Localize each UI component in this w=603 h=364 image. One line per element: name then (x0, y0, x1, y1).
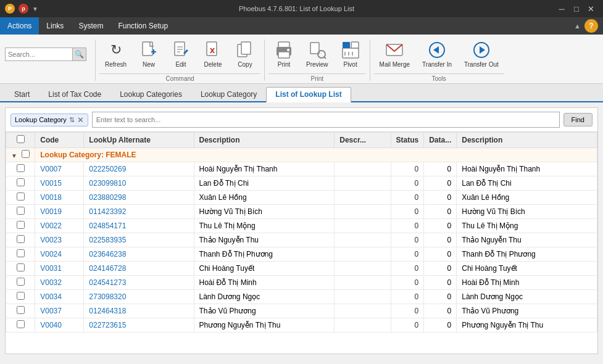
search-input[interactable] (92, 112, 560, 128)
row-checkbox[interactable] (17, 320, 25, 328)
menu-function-setup[interactable]: Function Setup (110, 17, 175, 35)
row-checkbox[interactable] (17, 207, 25, 215)
find-button[interactable]: Find (563, 113, 593, 126)
print-icon (274, 40, 294, 60)
table-row: V0037 012464318 Thảo Vũ Phương 0 0 Thảo … (6, 304, 597, 318)
print-label: Print (278, 61, 291, 68)
table-row: V0019 011423392 Hường Vũ Thị Bích 0 0 Hư… (6, 205, 597, 219)
row-status: 0 (391, 304, 424, 318)
row-desc: Phương Nguyễn Thị Thu (194, 318, 335, 333)
menu-actions[interactable]: Actions (0, 17, 39, 35)
filter-remove-button[interactable]: ✕ (77, 115, 84, 125)
row-data: 0 (424, 318, 457, 333)
separator-1 (95, 39, 96, 81)
row-checkbox[interactable] (17, 263, 25, 271)
tab-lookup-list[interactable]: List of Lookup List (266, 87, 351, 102)
row-description2: Lan Đỗ Thị Chi (457, 176, 597, 191)
table-header-row: Code LookUp Alternate Description Descr.… (6, 133, 597, 148)
svg-rect-21 (351, 42, 359, 48)
group-checkbox[interactable] (22, 150, 30, 158)
row-code: V0031 (35, 262, 84, 276)
group-label: Lookup Category: FEMALE (35, 148, 597, 162)
row-desc: Thanh Đỗ Thị Phương (194, 247, 335, 262)
transferin-icon (427, 40, 447, 60)
row-checkbox[interactable] (17, 306, 25, 314)
row-checkbox[interactable] (17, 164, 25, 172)
transferout-button[interactable]: Transfer Out (459, 37, 504, 71)
row-checkbox[interactable] (17, 292, 25, 300)
pivot-button[interactable]: Pivot (335, 37, 366, 71)
svg-line-18 (324, 57, 326, 59)
row-code: V0018 (35, 191, 84, 205)
window-title: Phoebus 4.7.6.801: List of Lookup List (239, 5, 354, 12)
table-row: V0015 023099810 Lan Đỗ Thị Chi 0 0 Lan Đ… (6, 176, 597, 191)
row-checkbox[interactable] (17, 178, 25, 186)
row-descr (335, 318, 391, 333)
table-row: V0040 022723615 Phương Nguyễn Thị Thu 0 … (6, 318, 597, 333)
row-desc: Hoài Đỗ Thị Minh (194, 276, 335, 290)
svg-rect-20 (343, 42, 350, 48)
row-checkbox[interactable] (17, 278, 25, 286)
new-button[interactable]: New (133, 37, 164, 71)
row-checkbox[interactable] (17, 249, 25, 257)
filter-tag-label: Lookup Category (15, 116, 67, 123)
row-data: 0 (424, 304, 457, 318)
preview-icon (307, 40, 327, 60)
menu-links[interactable]: Links (39, 17, 71, 35)
ribbon-group-print: Print Preview Pivot Print (268, 37, 366, 83)
new-label: New (143, 61, 155, 68)
row-checkbox-cell (6, 318, 35, 333)
logo1: P (5, 4, 15, 14)
row-checkbox[interactable] (17, 235, 25, 243)
sort-icon[interactable]: ⇅ (69, 116, 75, 124)
tab-tax-code[interactable]: List of Tax Code (39, 87, 110, 101)
print-button[interactable]: Print (268, 37, 299, 71)
ribbon-search-input[interactable] (5, 48, 73, 61)
th-data: Data... (424, 133, 457, 148)
row-desc: Thảo Vũ Phương (194, 304, 335, 318)
edit-button[interactable]: Edit (165, 37, 196, 71)
transferout-icon (472, 40, 491, 60)
menu-system[interactable]: System (71, 17, 110, 35)
print-group-label: Print (268, 73, 366, 83)
th-descr: Descr... (335, 133, 391, 148)
row-status: 0 (391, 233, 424, 247)
title-bar: P p ▼ Phoebus 4.7.6.801: List of Lookup … (0, 0, 603, 17)
row-checkbox-cell (6, 276, 35, 290)
menu-bar: Actions Links System Function Setup ▲ ? (0, 17, 603, 35)
row-alt: 022583935 (84, 233, 194, 247)
mailmerge-label: Mail Merge (380, 61, 410, 68)
select-all-checkbox[interactable] (17, 135, 25, 143)
table-row: V0031 024146728 Chi Hoàng Tuyết 0 0 Chi … (6, 262, 597, 276)
transferin-button[interactable]: Transfer In (417, 37, 457, 71)
maximize-button[interactable]: □ (570, 2, 583, 15)
row-description2: Hường Vũ Thị Bích (457, 205, 597, 219)
row-descr (335, 290, 391, 304)
ribbon-search: 🔍 (5, 37, 86, 83)
preview-button[interactable]: Preview (301, 37, 334, 71)
table-row: V0034 273098320 Lành Dương Ngọc 0 0 Lành… (6, 290, 597, 304)
ribbon-search-button[interactable]: 🔍 (73, 48, 86, 61)
tab-start[interactable]: Start (5, 87, 39, 101)
tab-lookup-categories[interactable]: Lookup Categories (110, 87, 191, 101)
group-header-row: ▼ Lookup Category: FEMALE (6, 148, 597, 162)
tab-lookup-category[interactable]: Lookup Category (191, 87, 266, 101)
close-button[interactable]: ✕ (584, 2, 598, 15)
row-status: 0 (391, 219, 424, 233)
mailmerge-button[interactable]: Mail Merge (374, 37, 415, 71)
delete-button[interactable]: Delete (198, 37, 228, 71)
help-button[interactable]: ? (584, 19, 598, 33)
row-description2: Thu Lê Thị Mộng (457, 219, 597, 233)
row-status: 0 (391, 290, 424, 304)
row-code: V0040 (35, 318, 84, 333)
expand-arrow[interactable]: ▼ (11, 152, 17, 159)
mailmerge-icon (385, 40, 404, 60)
row-checkbox[interactable] (17, 221, 25, 229)
refresh-button[interactable]: ↻ Refresh (99, 37, 132, 71)
row-checkbox[interactable] (17, 192, 25, 201)
edit-label: Edit (175, 61, 186, 68)
ribbon-group-command: ↻ Refresh New Edit Delete (99, 37, 260, 83)
copy-button[interactable]: Copy (230, 37, 260, 71)
row-descr (335, 262, 391, 276)
minimize-button[interactable]: ─ (555, 2, 568, 15)
